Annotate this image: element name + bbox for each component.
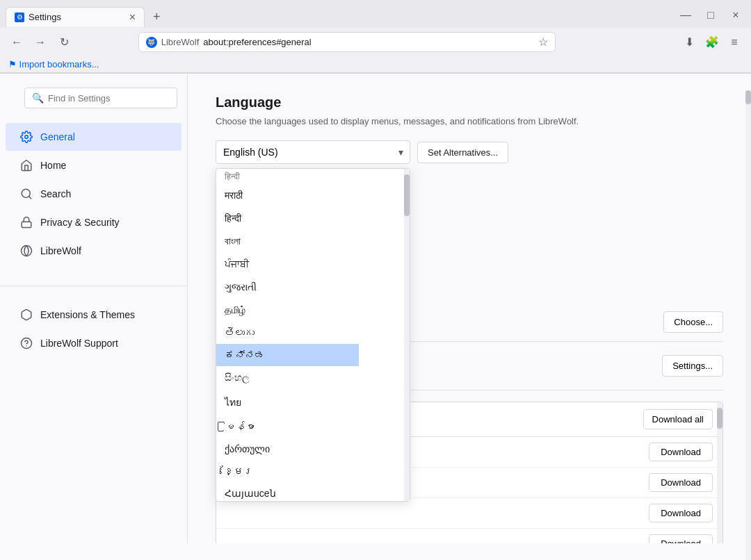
- help-icon: [19, 336, 33, 350]
- sidebar-label-privacy: Privacy & Security: [40, 217, 120, 228]
- language-select-wrapper: English (US) ▾ हिन्दी मराठी हिन्दी বাংলা…: [216, 140, 410, 164]
- tab-close-button[interactable]: ×: [129, 12, 136, 23]
- sidebar-item-support[interactable]: LibreWolf Support: [6, 329, 181, 357]
- language-controls: English (US) ▾ हिन्दी मराठी हिन्दी বাংলা…: [216, 140, 723, 164]
- svg-point-4: [22, 246, 32, 256]
- settings-button[interactable]: Settings...: [662, 355, 723, 377]
- dropdown-item-sinhala[interactable]: සිංහල: [216, 366, 359, 389]
- spellcheck-scrollbar[interactable]: [717, 402, 722, 543]
- nav-right-buttons: ⬇ 🧩 ≡: [680, 33, 744, 52]
- bookmark-star-icon[interactable]: ☆: [538, 35, 548, 49]
- sidebar-item-privacy[interactable]: Privacy & Security: [6, 208, 181, 236]
- dropdown-item-kannada[interactable]: ಕನ್ನಡ: [216, 344, 359, 366]
- dropdown-item-partial[interactable]: हिन्दी: [216, 169, 359, 184]
- spellcheck-scrollbar-thumb: [717, 408, 722, 429]
- dropdown-item-armenian[interactable]: Հայաuceն: [216, 482, 359, 501]
- dropdown-scrollbar[interactable]: [404, 169, 410, 501]
- page-scrollbar-thumb: [745, 90, 751, 104]
- dropdown-item-hindi[interactable]: हिन्दी: [216, 207, 359, 230]
- extensions-icon: [19, 308, 33, 322]
- spellcheck-row-3: Download: [216, 498, 722, 529]
- language-description: Choose the languages used to display men…: [216, 116, 723, 126]
- dropdown-item-telugu[interactable]: తెలుగు: [216, 322, 359, 344]
- svg-line-2: [29, 196, 31, 198]
- address-bar[interactable]: 🐺 LibreWolf about:preferences#general ☆: [138, 32, 556, 52]
- download-button-4[interactable]: Download: [649, 534, 713, 543]
- new-tab-button[interactable]: +: [147, 7, 166, 27]
- lock-icon: [19, 215, 33, 229]
- nav-bar: ← → ↻ 🐺 LibreWolf about:preferences#gene…: [0, 28, 751, 56]
- sidebar-item-search[interactable]: Search: [6, 180, 181, 208]
- content-area: Language Choose the languages used to di…: [188, 74, 751, 543]
- language-select[interactable]: English (US): [216, 140, 410, 164]
- set-alternatives-button[interactable]: Set Alternatives...: [417, 142, 508, 163]
- gear-icon: [19, 130, 33, 144]
- sidebar-bottom: Extensions & Themes LibreWolf Support: [0, 286, 187, 357]
- back-button[interactable]: ←: [7, 33, 26, 52]
- dropdown-scrollbar-thumb: [404, 174, 410, 216]
- dropdown-list: हिन्दी मराठी हिन्दी বাংলা ਪੰਜਾਬੀ ગુજરાતી…: [216, 169, 359, 501]
- find-in-settings-input[interactable]: [48, 93, 170, 104]
- download-button-3[interactable]: Download: [649, 504, 713, 522]
- forward-button[interactable]: →: [31, 33, 50, 52]
- dropdown-item-marathi[interactable]: मराठी: [216, 184, 359, 207]
- sidebar-label-librewolf: LibreWolf: [40, 245, 81, 256]
- sidebar-item-extensions[interactable]: Extensions & Themes: [6, 301, 181, 329]
- search-icon: [19, 187, 33, 201]
- sidebar-item-general[interactable]: General: [6, 123, 181, 151]
- download-all-button[interactable]: Download all: [643, 409, 713, 429]
- browser-chrome: ⚙ Settings × + — □ × ← → ↻ 🐺 LibreWolf a…: [0, 0, 751, 74]
- find-settings-area: 🔍: [0, 88, 187, 122]
- download-button-2[interactable]: Download: [649, 473, 713, 492]
- language-title: Language: [216, 94, 723, 110]
- sidebar-item-librewolf[interactable]: LibreWolf: [6, 237, 181, 265]
- tab-title: Settings: [29, 12, 125, 22]
- choose-button[interactable]: Choose...: [663, 311, 723, 333]
- dropdown-item-georgian[interactable]: ქართული: [216, 438, 359, 460]
- settings-tab[interactable]: ⚙ Settings ×: [6, 7, 145, 27]
- sidebar-label-extensions: Extensions & Themes: [40, 309, 135, 320]
- maximize-button[interactable]: □: [701, 6, 720, 25]
- main-layout: 🔍 General: [0, 74, 751, 543]
- dropdown-item-khmer[interactable]: ខ្មែរ: [216, 460, 359, 482]
- dropdown-item-myanmar[interactable]: မြန်မာ: [216, 415, 359, 438]
- sidebar-label-search: Search: [40, 188, 71, 199]
- sidebar-label-home: Home: [40, 160, 66, 171]
- download-icon-button[interactable]: ⬇: [680, 33, 700, 52]
- sidebar-item-home[interactable]: Home: [6, 151, 181, 179]
- spellcheck-row-4: Download: [216, 529, 722, 543]
- menu-button[interactable]: ≡: [725, 33, 744, 52]
- sidebar: 🔍 General: [0, 74, 188, 543]
- find-in-settings-input-wrapper: 🔍: [24, 88, 177, 108]
- find-icon: 🔍: [32, 92, 44, 104]
- extensions-button[interactable]: 🧩: [702, 33, 722, 52]
- home-icon: [19, 158, 33, 172]
- svg-rect-3: [22, 222, 31, 227]
- librewolf-icon: [19, 244, 33, 258]
- address-brand: LibreWolf: [161, 37, 200, 47]
- dropdown-item-thai[interactable]: ไทย: [216, 389, 359, 415]
- page-scrollbar[interactable]: [745, 90, 751, 543]
- sidebar-label-general: General: [40, 131, 75, 142]
- bookmarks-bar[interactable]: ⚑ Import bookmarks...: [0, 56, 751, 73]
- minimize-button[interactable]: —: [676, 6, 695, 25]
- language-section: Language Choose the languages used to di…: [216, 94, 723, 543]
- svg-point-0: [25, 135, 29, 139]
- address-icon: 🐺: [146, 37, 157, 48]
- dropdown-item-tamil[interactable]: தமிழ்: [216, 299, 359, 322]
- window-controls: — □ ×: [676, 6, 745, 28]
- refresh-button[interactable]: ↻: [54, 33, 74, 52]
- tab-favicon: ⚙: [15, 13, 24, 22]
- sidebar-label-support: LibreWolf Support: [40, 338, 118, 349]
- address-url: about:preferences#general: [203, 37, 533, 47]
- language-dropdown[interactable]: हिन्दी मराठी हिन्दी বাংলা ਪੰਜਾਬੀ ગુજરાતી…: [216, 168, 410, 502]
- dropdown-item-punjabi[interactable]: ਪੰਜਾਬੀ: [216, 253, 359, 276]
- import-bookmarks-link[interactable]: ⚑ Import bookmarks...: [8, 59, 99, 69]
- dropdown-item-bengali[interactable]: বাংলা: [216, 230, 359, 253]
- sidebar-nav: General Home Search: [0, 123, 187, 265]
- close-window-button[interactable]: ×: [726, 6, 745, 25]
- download-button-1[interactable]: Download: [649, 443, 713, 461]
- tab-bar: ⚙ Settings × + — □ ×: [0, 0, 751, 28]
- dropdown-item-gujarati[interactable]: ગુજરાતી: [216, 276, 359, 299]
